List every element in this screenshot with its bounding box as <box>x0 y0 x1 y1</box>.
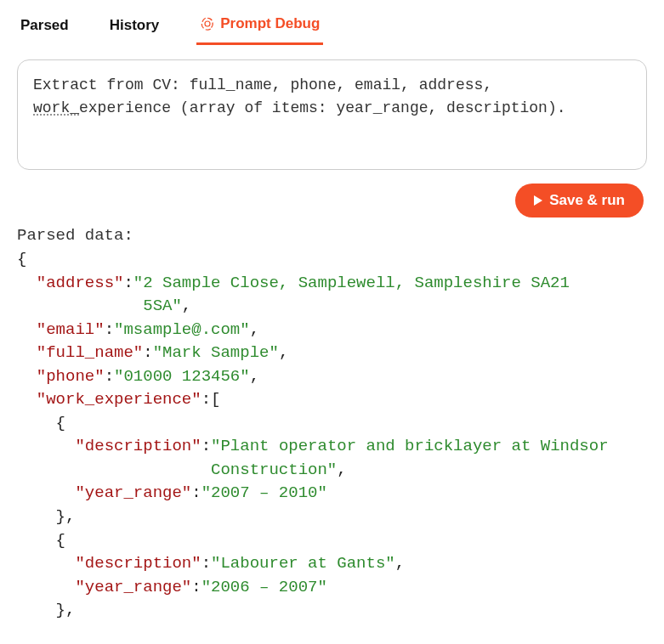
save-and-run-button[interactable]: Save & run <box>515 184 644 217</box>
prompt-line-2b: experience (array of items: year_range, … <box>79 99 566 116</box>
parsed-data-code: { "address":"2 Sample Close, Samplewell,… <box>17 248 647 623</box>
tab-bar: Parsed History Prompt Debug <box>0 0 664 46</box>
button-row: Save & run <box>17 184 647 217</box>
play-icon <box>534 195 542 206</box>
content-area: Extract from CV: full_name, phone, email… <box>0 46 664 623</box>
svg-point-0 <box>205 21 210 26</box>
parsed-data-label: Parsed data: <box>17 226 647 245</box>
tab-history[interactable]: History <box>106 10 163 45</box>
tab-parsed-label: Parsed <box>20 17 69 34</box>
tab-parsed[interactable]: Parsed <box>17 10 72 45</box>
tab-history-label: History <box>110 17 160 34</box>
prompt-line-1: Extract from CV: full_name, phone, email… <box>33 76 492 93</box>
openai-icon <box>200 16 215 31</box>
prompt-textarea[interactable]: Extract from CV: full_name, phone, email… <box>17 59 647 170</box>
tab-prompt-debug-label: Prompt Debug <box>220 15 320 32</box>
prompt-text: Extract from CV: full_name, phone, email… <box>33 74 631 120</box>
prompt-line-2a: work_ <box>33 99 79 116</box>
save-and-run-label: Save & run <box>549 192 625 209</box>
tab-prompt-debug[interactable]: Prompt Debug <box>196 10 323 45</box>
